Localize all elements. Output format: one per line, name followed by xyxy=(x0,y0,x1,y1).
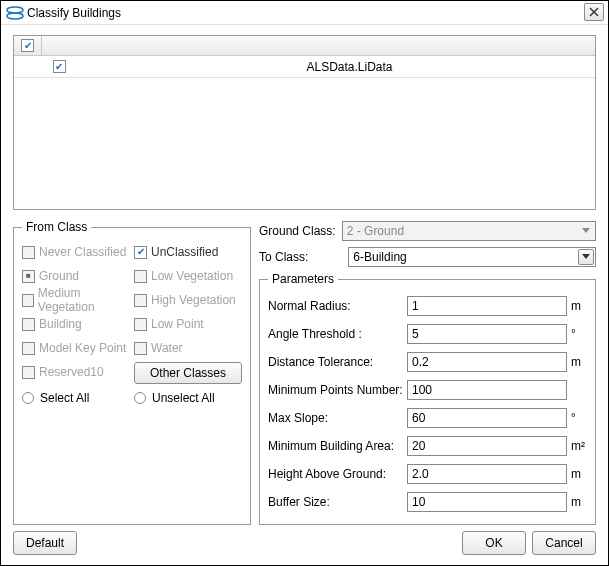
checkbox-label: Model Key Point xyxy=(39,341,126,355)
checkbox-label: Low Point xyxy=(151,317,204,331)
file-list-header-name[interactable] xyxy=(42,36,595,55)
checkbox-label: Ground xyxy=(39,269,79,283)
input-buffer-size[interactable] xyxy=(407,492,567,512)
checkbox-label: Building xyxy=(39,317,82,331)
to-class-value: 6-Building xyxy=(353,250,406,264)
param-unit: m xyxy=(571,355,587,369)
input-angle-threshold[interactable] xyxy=(407,324,567,344)
radio-unselect-all[interactable]: Unselect All xyxy=(134,388,242,408)
checkbox-building[interactable]: Building xyxy=(22,314,130,334)
file-row-name: ALSData.LiData xyxy=(104,56,595,77)
checkbox-label: Reserved10 xyxy=(39,365,104,379)
param-label-distance-tolerance: Distance Tolerance: xyxy=(268,355,403,369)
param-label-max-slope: Max Slope: xyxy=(268,411,403,425)
checkbox-icon xyxy=(22,246,35,259)
input-min-points[interactable] xyxy=(407,380,567,400)
radio-icon xyxy=(134,392,146,404)
param-unit: m xyxy=(571,299,587,313)
checkbox-icon xyxy=(134,342,147,355)
checkbox-label: High Vegetation xyxy=(151,293,236,307)
param-label-normal-radius: Normal Radius: xyxy=(268,299,403,313)
file-list-header xyxy=(14,36,595,56)
checkbox-icon xyxy=(134,270,147,283)
file-list-row[interactable]: ALSData.LiData xyxy=(14,56,595,78)
to-class-combo[interactable]: 6-Building xyxy=(348,247,596,267)
ground-class-combo[interactable]: 2 - Ground xyxy=(342,221,596,241)
ground-class-value: 2 - Ground xyxy=(347,224,404,238)
checkbox-low-vegetation[interactable]: Low Vegetation xyxy=(134,266,242,286)
other-classes-button[interactable]: Other Classes xyxy=(134,362,242,384)
ok-button[interactable]: OK xyxy=(462,531,526,555)
input-normal-radius[interactable] xyxy=(407,296,567,316)
checkbox-icon xyxy=(22,318,35,331)
window-title: Classify Buildings xyxy=(27,6,121,20)
app-icon xyxy=(5,3,25,23)
param-unit: m xyxy=(571,467,587,481)
button-bar: Default OK Cancel xyxy=(13,531,596,555)
file-list-table: ALSData.LiData xyxy=(13,35,596,210)
param-label-angle-threshold: Angle Threshold : xyxy=(268,327,403,341)
parameters-group: Parameters Normal Radius: m Angle Thresh… xyxy=(259,272,596,525)
param-label-height-above-ground: Height Above Ground: xyxy=(268,467,403,481)
param-label-buffer-size: Buffer Size: xyxy=(268,495,403,509)
checkbox-label: Water xyxy=(151,341,183,355)
to-class-label: To Class: xyxy=(259,250,308,264)
checkbox-label: Never Classified xyxy=(39,245,126,259)
checkbox-model-key-point[interactable]: Model Key Point xyxy=(22,338,130,358)
input-max-slope[interactable] xyxy=(407,408,567,428)
param-unit: ° xyxy=(571,411,587,425)
checkbox-icon xyxy=(134,246,147,259)
param-label-min-building-area: Minimum Building Area: xyxy=(268,439,403,453)
param-unit: m² xyxy=(571,439,587,453)
param-unit: ° xyxy=(571,327,587,341)
svg-point-1 xyxy=(7,13,23,19)
checkbox-icon xyxy=(134,294,147,307)
header-checkbox[interactable] xyxy=(21,39,34,52)
ground-class-label: Ground Class: xyxy=(259,224,336,238)
checkbox-reserved10[interactable]: Reserved10 xyxy=(22,362,130,382)
close-button[interactable] xyxy=(584,3,604,21)
checkbox-icon xyxy=(22,270,35,283)
title-bar: Classify Buildings xyxy=(1,1,608,25)
radio-select-all[interactable]: Select All xyxy=(22,388,130,408)
checkbox-low-point[interactable]: Low Point xyxy=(134,314,242,334)
svg-marker-4 xyxy=(582,228,590,233)
param-label-min-points: Minimum Points Number: xyxy=(268,383,403,397)
radio-icon xyxy=(22,392,34,404)
default-button[interactable]: Default xyxy=(13,531,77,555)
svg-point-0 xyxy=(7,7,23,13)
checkbox-medium-vegetation[interactable]: Medium Vegetation xyxy=(22,290,130,310)
input-height-above-ground[interactable] xyxy=(407,464,567,484)
checkbox-label: Medium Vegetation xyxy=(38,286,130,314)
chevron-down-icon xyxy=(578,223,594,239)
param-unit: m xyxy=(571,495,587,509)
svg-marker-5 xyxy=(582,254,590,259)
checkbox-icon xyxy=(22,342,35,355)
radio-label: Select All xyxy=(40,391,89,405)
checkbox-water[interactable]: Water xyxy=(134,338,242,358)
from-class-group: From Class Never Classified UnClassified… xyxy=(13,220,251,525)
checkbox-label: Low Vegetation xyxy=(151,269,233,283)
checkbox-unclassified[interactable]: UnClassified xyxy=(134,242,242,262)
cancel-button[interactable]: Cancel xyxy=(532,531,596,555)
input-min-building-area[interactable] xyxy=(407,436,567,456)
radio-label: Unselect All xyxy=(152,391,215,405)
checkbox-icon xyxy=(22,366,35,379)
chevron-down-icon xyxy=(578,249,594,265)
parameters-legend: Parameters xyxy=(268,272,338,286)
checkbox-high-vegetation[interactable]: High Vegetation xyxy=(134,290,242,310)
checkbox-ground[interactable]: Ground xyxy=(22,266,130,286)
checkbox-icon xyxy=(134,318,147,331)
file-list-header-checkbox-cell[interactable] xyxy=(14,36,42,55)
checkbox-icon xyxy=(22,294,34,307)
file-row-checkbox[interactable] xyxy=(53,60,66,73)
input-distance-tolerance[interactable] xyxy=(407,352,567,372)
from-class-legend: From Class xyxy=(22,220,91,234)
classify-buildings-dialog: Classify Buildings ALSData.LiData xyxy=(0,0,609,566)
checkbox-never-classified[interactable]: Never Classified xyxy=(22,242,130,262)
checkbox-label: UnClassified xyxy=(151,245,218,259)
